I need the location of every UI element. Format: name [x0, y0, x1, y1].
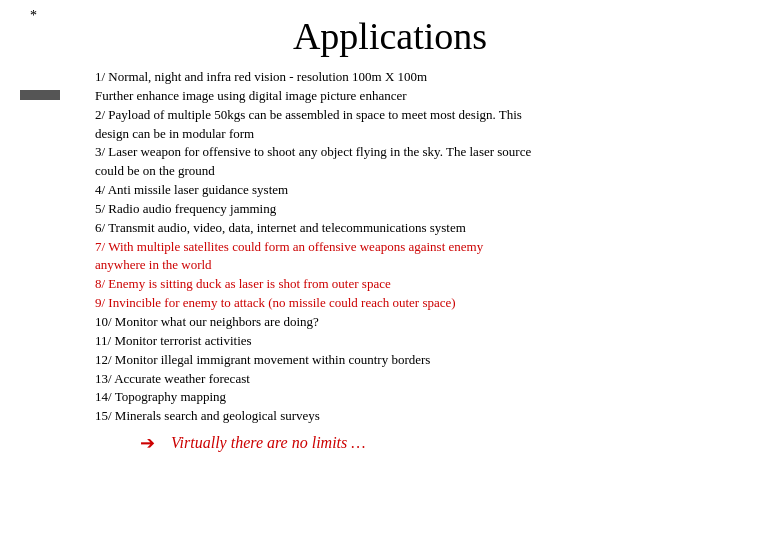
content-line: anywhere in the world: [95, 256, 760, 275]
content-line: 1/ Normal, night and infra red vision - …: [95, 68, 760, 87]
content-line: 11/ Monitor terrorist activities: [95, 332, 760, 351]
arrow-icon: ➔: [140, 432, 155, 454]
page-title: Applications: [20, 10, 760, 58]
content-line: design can be in modular form: [95, 125, 760, 144]
content-line: 8/ Enemy is sitting duck as laser is sho…: [95, 275, 760, 294]
left-dash-decoration: [20, 90, 60, 100]
content-line: 13/ Accurate weather forecast: [95, 370, 760, 389]
content-area: 1/ Normal, night and infra red vision - …: [95, 68, 760, 426]
content-line: 4/ Anti missile laser guidance system: [95, 181, 760, 200]
content-line: 5/ Radio audio frequency jamming: [95, 200, 760, 219]
content-line: 7/ With multiple satellites could form a…: [95, 238, 760, 257]
virtually-text: Virtually there are no limits …: [171, 434, 366, 452]
content-line: 2/ Payload of multiple 50kgs can be asse…: [95, 106, 760, 125]
content-line: could be on the ground: [95, 162, 760, 181]
arrow-line: ➔ Virtually there are no limits …: [140, 432, 760, 454]
top-left-star: *: [30, 8, 37, 24]
content-line: 15/ Minerals search and geological surve…: [95, 407, 760, 426]
content-line: 3/ Laser weapon for offensive to shoot a…: [95, 143, 760, 162]
content-line: Further enhance image using digital imag…: [95, 87, 760, 106]
content-line: 10/ Monitor what our neighbors are doing…: [95, 313, 760, 332]
page-container: * Applications 1/ Normal, night and infr…: [0, 0, 780, 540]
content-line: 12/ Monitor illegal immigrant movement w…: [95, 351, 760, 370]
content-line: 9/ Invincible for enemy to attack (no mi…: [95, 294, 760, 313]
content-line: 14/ Topography mapping: [95, 388, 760, 407]
content-line: 6/ Transmit audio, video, data, internet…: [95, 219, 760, 238]
